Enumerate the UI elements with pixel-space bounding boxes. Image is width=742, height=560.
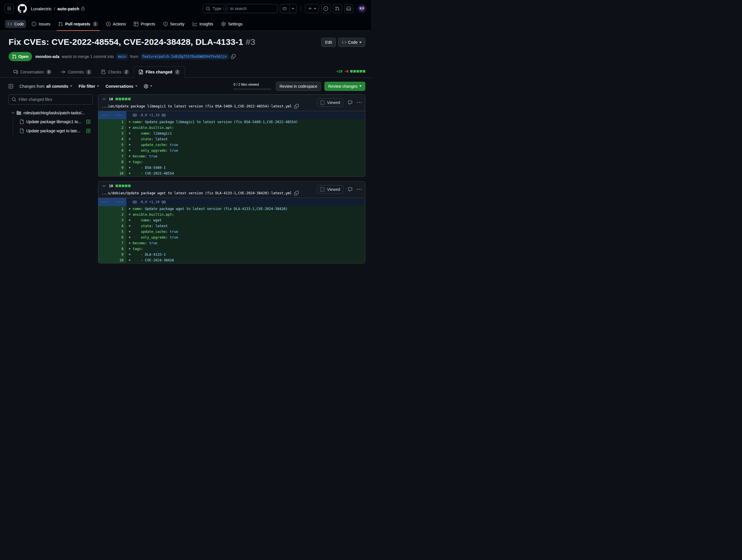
new-line-number[interactable]: 7 (112, 240, 126, 246)
old-line-number[interactable] (98, 165, 112, 171)
copy-path-button[interactable] (294, 191, 299, 195)
diff-line-code[interactable]: +name: Update package wget to latest ver… (126, 206, 365, 212)
repo-tab-insights[interactable]: Insights (189, 17, 217, 31)
diff-line-code[interactable]: + state: latest (126, 223, 365, 229)
new-line-number[interactable]: 8 (112, 159, 126, 165)
diff-line-code[interactable]: + - CVE-2024-38428 (126, 258, 365, 263)
viewed-checkbox[interactable] (320, 187, 325, 192)
new-line-number[interactable]: 5 (112, 142, 126, 148)
old-line-number[interactable] (98, 159, 112, 165)
new-line-number[interactable]: 1 (112, 119, 126, 125)
new-line-number[interactable]: 4 (112, 136, 126, 142)
new-line-number[interactable]: 4 (112, 223, 126, 229)
tab-files-changed[interactable]: Files changed 2 (134, 66, 184, 78)
old-line-number[interactable] (98, 212, 112, 217)
old-line-number[interactable] (98, 119, 112, 125)
viewed-checkbox[interactable] (320, 100, 325, 105)
conversations-dropdown[interactable]: Conversations (105, 84, 137, 89)
viewed-toggle[interactable]: Viewed (317, 98, 343, 107)
diff-line-code[interactable]: +tags: (126, 246, 365, 252)
diff-line-code[interactable]: + - DLA-4133-1 (126, 252, 365, 258)
tab-commits[interactable]: Commits 1 (56, 66, 96, 77)
copy-branch-button[interactable] (231, 54, 235, 59)
create-new-button[interactable] (305, 4, 319, 13)
repo-tab-code[interactable]: Code (3, 17, 28, 31)
copy-path-button[interactable] (294, 104, 299, 109)
repo-tab-settings[interactable]: Settings (217, 17, 247, 31)
tab-conversation[interactable]: Conversation 0 (9, 66, 56, 77)
diff-line-code[interactable]: +name: Update package libmagic1 to lates… (126, 119, 365, 125)
pr-diffstat[interactable]: +20 −0 (336, 69, 365, 77)
collapse-file-button[interactable] (102, 97, 106, 101)
diff-line-code[interactable]: + name: libmagic1 (126, 130, 365, 136)
diff-line-code[interactable]: + only_upgrade: true (126, 235, 365, 240)
new-line-number[interactable]: 3 (112, 217, 126, 223)
diff-line-code[interactable]: +ansible.builtin.apt: (126, 212, 365, 217)
old-line-number[interactable] (98, 171, 112, 176)
old-line-number[interactable] (98, 130, 112, 136)
old-line-number[interactable] (98, 206, 112, 212)
old-line-number[interactable] (98, 258, 112, 263)
tab-checks[interactable]: Checks 2 (96, 66, 134, 77)
review-changes-button[interactable]: Review changes (324, 82, 365, 91)
diff-line-code[interactable]: +tags: (126, 159, 365, 165)
new-line-number[interactable]: 1 (112, 206, 126, 212)
diff-line-code[interactable]: + only_upgrade: true (126, 148, 365, 154)
kebab-menu-button[interactable] (357, 187, 362, 192)
repo-tab-projects[interactable]: Projects (130, 17, 159, 31)
new-line-number[interactable]: 6 (112, 148, 126, 154)
repo-tab-security[interactable]: Security (159, 17, 189, 31)
old-line-number[interactable] (98, 125, 112, 130)
old-line-number[interactable] (98, 148, 112, 154)
issues-dashboard-button[interactable] (321, 4, 330, 13)
new-line-number[interactable]: 10 (112, 258, 126, 263)
old-line-number[interactable] (98, 240, 112, 246)
diff-line-code[interactable]: + name: wget (126, 217, 365, 223)
repo-tab-pull-requests[interactable]: Pull requests 1 (54, 17, 102, 31)
old-line-number[interactable] (98, 235, 112, 240)
file-filter-dropdown[interactable]: File filter (78, 84, 99, 89)
new-line-number[interactable]: 2 (112, 125, 126, 130)
copilot-button[interactable] (280, 4, 289, 13)
old-line-number[interactable] (98, 246, 112, 252)
comment-button[interactable] (348, 187, 353, 192)
new-line-number[interactable]: 6 (112, 235, 126, 240)
new-line-number[interactable]: 5 (112, 229, 126, 235)
repo-tab-issues[interactable]: Issues (28, 17, 54, 31)
old-line-number[interactable] (98, 223, 112, 229)
copilot-dropdown-button[interactable] (289, 4, 297, 13)
old-line-number[interactable] (98, 252, 112, 258)
search-input[interactable]: Type / to search (203, 4, 277, 13)
repo-tab-actions[interactable]: Actions (102, 17, 130, 31)
new-line-number[interactable]: 9 (112, 165, 126, 171)
tree-file-row[interactable]: Update package wget to late... (13, 126, 93, 135)
new-line-number[interactable]: 2 (112, 212, 126, 217)
diff-line-code[interactable]: +become: true (126, 154, 365, 159)
changes-from-dropdown[interactable]: Changes fromall commits (19, 84, 72, 89)
tree-file-row[interactable]: Update package libmagic1 to... (13, 117, 93, 126)
diff-line-code[interactable]: +ansible.builtin.apt: (126, 125, 365, 130)
kebab-menu-button[interactable] (357, 100, 362, 105)
new-line-number[interactable]: 8 (112, 246, 126, 252)
edit-button[interactable]: Edit (321, 38, 335, 47)
code-dropdown-button[interactable]: Code (338, 38, 365, 47)
hamburger-menu-button[interactable] (5, 4, 14, 13)
diff-line-code[interactable]: + - CVE-2022-48554 (126, 171, 365, 176)
base-branch-label[interactable]: main (116, 54, 128, 59)
breadcrumb-repo-link[interactable]: auto-patch (57, 6, 85, 11)
breadcrumb-owner-link[interactable]: Lunalectric (31, 6, 52, 11)
file-path-link[interactable]: ...ian/Update package libmagic1 to lates… (102, 104, 292, 108)
old-line-number[interactable] (98, 229, 112, 235)
file-path-link[interactable]: ...s/debian/Update package wget to lates… (102, 191, 292, 195)
diff-settings-dropdown[interactable] (144, 84, 152, 89)
avatar[interactable] (357, 4, 366, 13)
old-line-number[interactable] (98, 136, 112, 142)
diff-line-code[interactable]: + update_cache: true (126, 229, 365, 235)
inbox-button[interactable] (344, 4, 353, 13)
head-branch-label[interactable]: feature/patch-2xBiDgT557DxGGWU5h47hvhGJj… (141, 54, 229, 59)
pr-author-link[interactable]: mondoo-ada (36, 54, 59, 59)
filter-changed-files-input[interactable]: Filter changed files (9, 94, 93, 105)
diff-line-code[interactable]: +become: true (126, 240, 365, 246)
collapse-file-button[interactable] (102, 184, 106, 188)
review-in-codespace-button[interactable]: Review in codespace (276, 82, 321, 91)
